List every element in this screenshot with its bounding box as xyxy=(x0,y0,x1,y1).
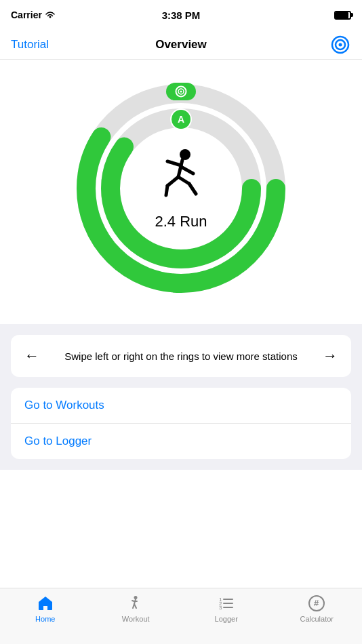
svg-line-12 xyxy=(167,161,181,165)
wifi-icon xyxy=(45,11,56,19)
svg-line-15 xyxy=(166,186,167,195)
svg-line-23 xyxy=(134,604,136,608)
home-icon xyxy=(36,594,55,613)
nav-bar: Tutorial Overview xyxy=(0,30,362,60)
svg-line-16 xyxy=(178,177,189,184)
run-info: 2.4 Run xyxy=(154,146,208,230)
battery-indicator xyxy=(334,11,351,20)
status-time: 3:38 PM xyxy=(162,9,201,21)
tab-calculator-label: Calculator xyxy=(300,615,334,623)
links-section: Go to Workouts Go to Logger xyxy=(0,388,362,470)
tab-home[interactable]: Home xyxy=(18,594,73,623)
tab-logger[interactable]: 1 2 3 Logger xyxy=(199,594,254,623)
run-label: 2.4 Run xyxy=(155,213,207,230)
target-icon-button[interactable] xyxy=(329,34,351,56)
swipe-text: Swipe left or right on the rings to view… xyxy=(47,349,315,363)
calculator-icon: # xyxy=(307,594,326,613)
tab-calculator[interactable]: # Calculator xyxy=(289,594,344,623)
go-to-logger-link[interactable]: Go to Logger xyxy=(11,424,351,459)
svg-point-2 xyxy=(339,43,342,46)
svg-line-13 xyxy=(181,167,193,174)
tab-workout[interactable]: Workout xyxy=(108,594,163,623)
right-arrow: → xyxy=(323,347,338,365)
links-card: Go to Workouts Go to Logger xyxy=(11,388,351,459)
svg-line-14 xyxy=(167,177,178,186)
tab-workout-label: Workout xyxy=(122,615,150,623)
svg-point-9 xyxy=(180,91,182,93)
go-to-workouts-link[interactable]: Go to Workouts xyxy=(11,388,351,424)
status-bar: Carrier 3:38 PM xyxy=(0,0,362,30)
swipe-section: ← Swipe left or right on the rings to vi… xyxy=(0,324,362,388)
inner-ring-indicator: A xyxy=(170,108,192,130)
swipe-card: ← Swipe left or right on the rings to vi… xyxy=(11,335,351,377)
bullseye-icon xyxy=(331,35,350,54)
ring-section: A 2.4 xyxy=(0,60,362,324)
svg-text:3: 3 xyxy=(219,605,222,611)
svg-point-10 xyxy=(180,149,190,160)
page-title: Overview xyxy=(155,38,207,52)
tutorial-button[interactable]: Tutorial xyxy=(11,38,49,52)
ring-container[interactable]: A 2.4 xyxy=(73,80,289,297)
run-icon xyxy=(154,146,208,207)
workout-icon xyxy=(126,594,145,613)
svg-text:#: # xyxy=(314,598,319,608)
tab-bar: Home Workout 1 2 3 xyxy=(0,588,362,644)
svg-line-17 xyxy=(189,184,196,194)
tab-home-label: Home xyxy=(35,615,55,623)
carrier-text: Carrier xyxy=(11,9,56,20)
tab-logger-label: Logger xyxy=(215,615,238,623)
logger-icon: 1 2 3 xyxy=(217,594,236,613)
left-arrow: ← xyxy=(24,347,39,365)
outer-ring-indicator xyxy=(166,83,196,100)
